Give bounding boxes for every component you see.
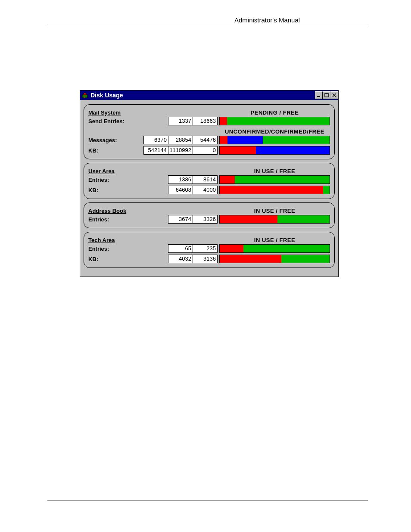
footer-rule [47,501,368,501]
window-buttons [315,91,338,99]
tech-area-title: Tech Area [88,237,140,243]
tech-entries-label: Entries: [88,246,140,252]
user-entries-bar [219,175,330,184]
header-rule [47,26,368,26]
minimize-button[interactable] [315,91,323,99]
mail-kb-val-1: 1110992 [168,146,193,155]
mail-messages-val-1: 28854 [168,136,193,144]
bar-segment-green [323,186,330,194]
tech-kb-bar [219,255,330,263]
maximize-button[interactable] [323,91,330,99]
bar-segment-red [220,245,243,252]
bar-segment-red [220,215,277,223]
address-book-title: Address Book [88,208,140,214]
address-book-panel: Address Book IN USE / FREE Entries: 3674… [84,202,335,228]
mail-kb-label: KB: [88,147,140,154]
addr-entries-label: Entries: [88,216,140,223]
legend-inuse-free-user: IN USE / FREE [219,168,330,174]
mail-messages-label: Messages: [88,137,140,143]
bar-segment-red [220,146,256,154]
mail-kb-val-0: 542144 [143,146,168,155]
addr-entries-val-0: 3674 [168,215,193,224]
app-icon[interactable] [81,91,89,99]
mail-send-entries-label: Send Entries: [88,118,140,124]
client-area: Mail System PENDING / FREE Send Entries:… [80,100,338,277]
svg-rect-2 [84,96,85,98]
close-button[interactable] [330,91,338,99]
tech-entries-val-0: 65 [168,244,193,253]
bar-segment-blue [227,136,263,144]
mail-messages-val-0: 6370 [143,136,168,144]
tech-kb-val-1: 3136 [193,255,218,263]
bar-segment-green [277,215,330,223]
user-area-panel: User Area IN USE / FREE Entries: 1386 86… [84,163,335,199]
legend-ucf: UNCONFIRMED/CONFIRMED/FREE [219,128,330,135]
bar-segment-green [281,255,330,263]
mail-kb-val-2: 0 [193,146,218,155]
addr-entries-row: Entries: 3674 3326 [88,214,330,224]
tech-area-panel: Tech Area IN USE / FREE Entries: 65 235 … [84,232,335,268]
mail-system-title: Mail System [88,109,140,116]
bar-segment-blue [256,146,330,154]
tech-entries-row: Entries: 65 235 [88,243,330,254]
disk-usage-window: Disk Usage Mail System PENDING [80,90,339,277]
tech-kb-label: KB: [88,256,140,262]
bar-segment-green [227,117,330,125]
tech-entries-val-1: 235 [193,244,218,253]
tech-kb-val-0: 4032 [168,255,193,263]
mail-messages-val-2: 54476 [193,136,218,144]
addr-entries-bar [219,215,330,224]
user-kb-val-0: 64608 [168,186,193,194]
page-header: Administrator's Manual [234,16,300,24]
svg-rect-4 [325,93,328,97]
user-entries-label: Entries: [88,177,140,183]
svg-marker-1 [83,93,87,95]
user-entries-val-1: 8614 [193,175,218,184]
mail-send-entries-val-1: 18663 [193,117,218,125]
window-title: Disk Usage [90,92,315,99]
titlebar[interactable]: Disk Usage [80,90,338,100]
user-kb-label: KB: [88,187,140,193]
mail-messages-bar [219,136,330,144]
bar-segment-red [220,136,227,144]
user-kb-row: KB: 64608 4000 [88,185,330,195]
mail-send-entries-val-0: 1337 [168,117,193,125]
bar-segment-green [243,245,330,252]
mail-messages-row: Messages: 6370 28854 54476 [88,135,330,145]
legend-inuse-free-addr: IN USE / FREE [219,208,330,214]
user-entries-row: Entries: 1386 8614 [88,174,330,185]
mail-send-entries-row: Send Entries: 1337 18663 [88,116,330,126]
bar-segment-red [220,176,235,184]
bar-segment-green [235,176,330,184]
user-kb-val-1: 4000 [193,186,218,194]
addr-entries-val-1: 3326 [193,215,218,224]
bar-segment-red [220,255,281,263]
legend-pending-free: PENDING / FREE [219,109,330,116]
user-area-title: User Area [88,168,140,174]
mail-send-entries-bar [219,117,330,125]
mail-kb-bar [219,146,330,155]
user-kb-bar [219,186,330,194]
bar-segment-green [263,136,330,144]
mail-kb-row: KB: 542144 1110992 0 [88,145,330,156]
bar-segment-red [220,117,227,125]
mail-system-panel: Mail System PENDING / FREE Send Entries:… [84,104,335,159]
legend-inuse-free-tech: IN USE / FREE [219,237,330,243]
bar-segment-red [220,186,323,194]
user-entries-val-0: 1386 [168,175,193,184]
tech-kb-row: KB: 4032 3136 [88,254,330,264]
tech-entries-bar [219,244,330,253]
